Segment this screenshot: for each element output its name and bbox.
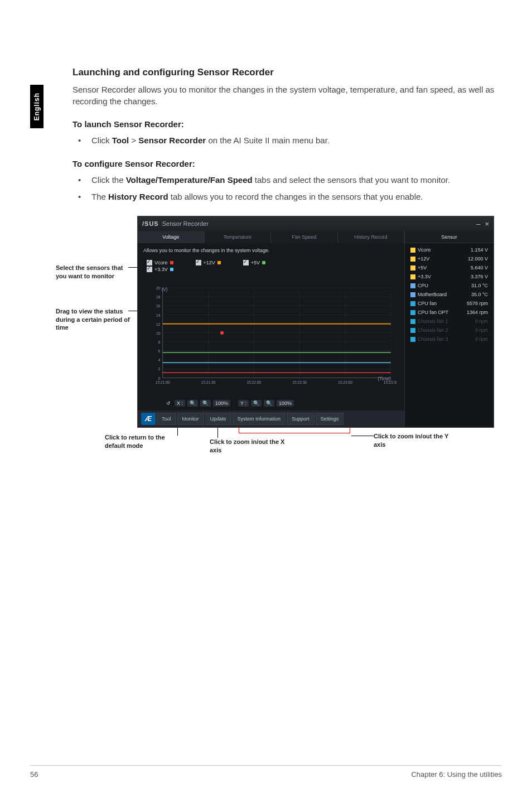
tab-history[interactable]: History Record: [338, 231, 405, 243]
txt: Click the: [91, 175, 126, 185]
settings-button[interactable]: Settings: [316, 413, 344, 425]
sensor-value: 31.0 °C: [471, 283, 488, 288]
svg-text:15:22:00: 15:22:00: [246, 380, 261, 384]
txt: on the AI Suite II main menu bar.: [206, 136, 330, 145]
check-vcore[interactable]: Vcore: [147, 260, 173, 265]
swatch-icon: [170, 261, 173, 264]
zoom-x-in[interactable]: 🔍: [200, 400, 211, 407]
sensor-value: 5578 rpm: [467, 301, 488, 306]
config-item: The History Record tab allows you to rec…: [72, 191, 496, 203]
svg-text:2: 2: [158, 368, 161, 372]
home-icon[interactable]: Æ: [141, 413, 156, 425]
txt-bold: Sensor Recorder: [138, 136, 206, 145]
sensor-row[interactable]: Chassis fan 30 rpm: [405, 335, 494, 344]
sensor-name: Vcore: [418, 247, 431, 253]
sensor-value: 12.000 V: [468, 256, 488, 262]
sensor-icon: [410, 328, 415, 333]
svg-text:12: 12: [156, 322, 161, 327]
sensor-value: 5.640 V: [471, 265, 488, 270]
figure: Select the sensors that you want to moni…: [72, 216, 496, 472]
sensor-row[interactable]: Vcore1.154 V: [405, 245, 494, 254]
sensor-side-head: Sensor: [405, 231, 494, 243]
tab-voltage[interactable]: Voltage: [138, 231, 205, 243]
close-icon[interactable]: ×: [485, 220, 489, 228]
lead-text: Sensor Recorder allows you to monitor th…: [72, 84, 496, 107]
tab-temperature[interactable]: Temperature: [205, 231, 272, 243]
zoom-y-in[interactable]: 🔍: [264, 400, 274, 407]
update-button[interactable]: Update: [205, 413, 231, 425]
tab-desc: Allows you to monitor the changes in the…: [138, 243, 404, 258]
txt: >: [129, 136, 138, 145]
sensor-row[interactable]: Chassis fan 10 rpm: [405, 317, 494, 326]
checkbox-icon: [147, 260, 152, 265]
checkbox-icon: [147, 267, 152, 272]
svg-text:10: 10: [156, 331, 161, 336]
page-number: 56: [30, 770, 38, 779]
tab-fanspeed[interactable]: Fan Speed: [271, 231, 338, 243]
sensor-row[interactable]: CPU fan OPT1364 rpm: [405, 308, 494, 317]
chk-label: Vcore: [154, 260, 168, 265]
sensor-icon: [410, 274, 415, 279]
main-panel: Voltage Temperature Fan Speed History Re…: [138, 231, 404, 427]
sensor-value: 35.0 °C: [471, 292, 488, 297]
check-12v[interactable]: +12V: [196, 260, 221, 265]
sensor-recorder-window: /SUS Sensor Recorder – × Voltage Tempera…: [137, 216, 494, 428]
reset-zoom-icon[interactable]: ↺: [165, 399, 172, 407]
chart-svg: 0246810121416182015:21:0015:21:3015:22:0…: [146, 283, 396, 394]
sensor-row[interactable]: CPU fan5578 rpm: [405, 299, 494, 308]
sensor-name: +3.3V: [418, 274, 431, 279]
page-content: Launching and configuring Sensor Recorde…: [72, 67, 496, 472]
sensor-icon: [410, 292, 415, 297]
check-5v[interactable]: +5V: [243, 260, 265, 265]
sensor-icon: [410, 265, 415, 270]
svg-text:6: 6: [158, 349, 161, 354]
txt: tabs and select the sensors that you wan…: [253, 175, 450, 185]
zoom-x-out[interactable]: 🔍: [187, 400, 198, 407]
sensor-row[interactable]: +5V5.640 V: [405, 263, 494, 272]
checkbox-icon: [243, 260, 249, 265]
sensor-checks-row2: +3.3V: [138, 265, 404, 272]
support-button[interactable]: Support: [287, 413, 315, 425]
check-3v[interactable]: +3.3V: [147, 267, 173, 272]
sensor-name: MotherBoard: [418, 292, 447, 297]
zoom-controls: ↺ X : 🔍 🔍 100% Y : 🔍 🔍 100%: [165, 399, 294, 407]
chk-label: +5V: [251, 260, 260, 265]
svg-text:15:21:30: 15:21:30: [201, 380, 216, 384]
sensor-icon: [410, 319, 415, 324]
checkbox-icon: [196, 260, 201, 265]
sysinfo-button[interactable]: System Information: [233, 413, 286, 425]
svg-text:15:22:30: 15:22:30: [292, 380, 307, 384]
swatch-icon: [170, 268, 173, 271]
sensor-row[interactable]: Chassis fan 20 rpm: [405, 326, 494, 335]
zoom-x-pct: 100%: [213, 400, 230, 407]
config-item: Click the Voltage/Temperature/Fan Speed …: [72, 174, 496, 186]
chk-label: +12V: [204, 260, 215, 265]
sensor-row[interactable]: CPU31.0 °C: [405, 281, 494, 290]
sensor-row[interactable]: +3.3V3.376 V: [405, 272, 494, 281]
callout-return: Click to return to the default mode: [105, 433, 177, 450]
footer: 56 Chapter 6: Using the utilities: [30, 765, 502, 779]
callout-drag: Drag to view the status during a certain…: [56, 307, 134, 331]
sensor-tabs: Voltage Temperature Fan Speed History Re…: [138, 231, 404, 243]
sensor-icon: [410, 283, 415, 288]
zoom-y-label: Y :: [238, 400, 249, 407]
zoom-y-out[interactable]: 🔍: [251, 400, 262, 407]
titlebar: /SUS Sensor Recorder – ×: [138, 216, 494, 231]
sensor-name: Chassis fan 3: [418, 336, 448, 342]
svg-text:(V): (V): [162, 287, 168, 292]
sensor-name: CPU fan: [418, 301, 437, 306]
heading: Launching and configuring Sensor Recorde…: [72, 67, 496, 78]
sensor-row[interactable]: MotherBoard35.0 °C: [405, 290, 494, 299]
sensor-value: 1364 rpm: [467, 310, 488, 315]
tool-button[interactable]: Tool: [157, 413, 176, 425]
svg-text:16: 16: [156, 305, 161, 309]
config-list: Click the Voltage/Temperature/Fan Speed …: [72, 174, 496, 203]
sensor-row[interactable]: +12V12.000 V: [405, 254, 494, 263]
config-head: To configure Sensor Recorder:: [72, 159, 496, 168]
launch-head: To launch Sensor Recorder:: [72, 119, 496, 129]
minimize-icon[interactable]: –: [476, 220, 480, 228]
txt: tab allows you to record the changes in …: [168, 192, 423, 201]
monitor-button[interactable]: Monitor: [177, 413, 204, 425]
chart[interactable]: 0246810121416182015:21:0015:21:3015:22:0…: [146, 283, 396, 394]
sensor-icon: [410, 301, 415, 306]
